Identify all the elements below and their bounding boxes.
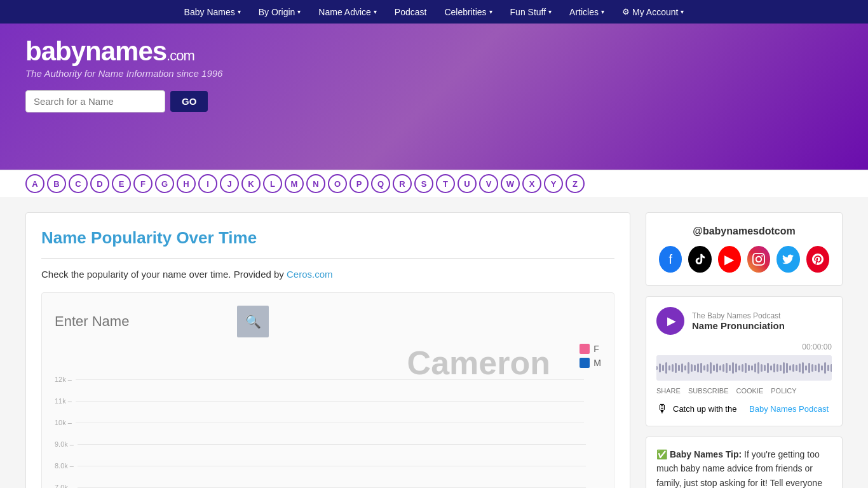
alphabet-letter-x[interactable]: X <box>522 174 541 193</box>
alphabet-letter-y[interactable]: Y <box>544 174 563 193</box>
waveform-bar <box>799 363 801 372</box>
legend-male-dot <box>580 358 590 368</box>
nav-baby-names[interactable]: Baby Names ▾ <box>175 2 250 22</box>
alphabet-letter-s[interactable]: S <box>414 174 433 193</box>
mic-icon: 🎙 <box>656 402 668 416</box>
page-title: Name Popularity Over Time <box>41 228 614 248</box>
alphabet-letter-d[interactable]: D <box>90 174 109 193</box>
alphabet-letter-o[interactable]: O <box>328 174 347 193</box>
alphabet-letter-t[interactable]: T <box>436 174 455 193</box>
alphabet-letter-z[interactable]: Z <box>566 174 585 193</box>
waveform-bar <box>811 364 813 372</box>
waveform-bar <box>735 363 737 372</box>
waveform-bar <box>748 365 750 371</box>
alphabet-letter-m[interactable]: M <box>285 174 304 193</box>
alphabet-letter-r[interactable]: R <box>393 174 412 193</box>
waveform-bar <box>767 363 769 373</box>
nav-fun-stuff[interactable]: Fun Stuff ▾ <box>501 2 561 22</box>
waveform-bar <box>792 364 794 372</box>
chevron-down-icon: ▾ <box>489 8 492 15</box>
nav-articles[interactable]: Articles ▾ <box>560 2 613 22</box>
chevron-down-icon: ▾ <box>297 8 301 15</box>
podcast-link-subscribe[interactable]: SUBSCRIBE <box>688 387 729 395</box>
alphabet-letter-a[interactable]: A <box>25 174 44 193</box>
ceros-link[interactable]: Ceros.com <box>287 269 333 280</box>
waveform-bar <box>722 364 724 372</box>
page-description: Check the popularity of your name over t… <box>41 269 614 280</box>
waveform-bar <box>684 365 686 370</box>
site-logo[interactable]: babynames.com <box>25 36 843 67</box>
alphabet-letter-f[interactable]: F <box>133 174 153 193</box>
waveform-bar <box>761 364 763 372</box>
podcast-catchup: 🎙 Catch up with the Baby Names Podcast <box>656 402 832 416</box>
header-banner: babynames.com The Authority for Name Inf… <box>0 24 868 170</box>
podcast-meta: The Baby Names Podcast Name Pronunciatio… <box>692 311 832 331</box>
yaxis-label: 11k – <box>55 397 586 405</box>
alphabet-letter-e[interactable]: E <box>112 174 131 193</box>
go-button[interactable]: GO <box>170 91 208 112</box>
alphabet-letter-k[interactable]: K <box>241 174 261 193</box>
alphabet-letter-i[interactable]: I <box>198 174 217 193</box>
nav-by-origin[interactable]: By Origin ▾ <box>250 2 310 22</box>
podcast-link-policy[interactable]: POLICY <box>771 387 796 395</box>
facebook-icon[interactable]: f <box>659 246 682 273</box>
twitter-icon[interactable] <box>776 246 799 273</box>
yaxis-label: 10k – <box>55 419 586 426</box>
alphabet-letter-j[interactable]: J <box>220 174 239 193</box>
waveform-bar <box>675 363 677 373</box>
waveform-bar <box>754 363 756 372</box>
gear-icon: ⚙ <box>622 7 630 17</box>
waveform-bar <box>681 363 683 372</box>
alphabet-letter-u[interactable]: U <box>458 174 477 193</box>
waveform-bar <box>783 362 785 374</box>
waveform-bar <box>694 365 696 371</box>
chevron-down-icon: ▾ <box>601 8 604 15</box>
alphabet-letter-b[interactable]: B <box>47 174 66 193</box>
sidebar: @babynamesdotcom f ▶ <box>646 212 843 488</box>
podcast-catchup-link[interactable]: Baby Names Podcast <box>749 404 829 414</box>
pinterest-icon[interactable] <box>806 246 829 273</box>
podcast-link-cookie[interactable]: COOKIE <box>736 387 763 395</box>
waveform-bar <box>668 365 670 370</box>
alphabet-letter-c[interactable]: C <box>69 174 88 193</box>
waveform-bar <box>751 365 753 370</box>
waveform-bar <box>789 365 791 370</box>
alphabet-letter-g[interactable]: G <box>155 174 174 193</box>
search-input[interactable] <box>25 90 165 112</box>
alphabet-letter-p[interactable]: P <box>349 174 369 193</box>
instagram-icon[interactable] <box>747 246 770 273</box>
youtube-icon[interactable]: ▶ <box>718 246 741 273</box>
waveform-bar <box>707 364 709 372</box>
waveform-bar <box>786 363 788 373</box>
chart-name-input[interactable] <box>55 313 229 330</box>
chart-search-button[interactable]: 🔍 <box>237 306 269 337</box>
alphabet-letter-q[interactable]: Q <box>371 174 390 193</box>
podcast-links: SHARESUBSCRIBECOOKIEPOLICY <box>656 387 832 395</box>
waveform-bars <box>656 355 832 381</box>
podcast-link-share[interactable]: SHARE <box>656 387 681 395</box>
waveform-bar <box>703 365 705 370</box>
waveform-bar <box>697 363 699 372</box>
alphabet-letter-l[interactable]: L <box>263 174 282 193</box>
alphabet-letter-h[interactable]: H <box>177 174 196 193</box>
tiktok-icon[interactable] <box>688 246 711 273</box>
social-handle: @babynamesdotcom <box>659 226 829 237</box>
nav-my-account[interactable]: ⚙ My Account ▾ <box>613 2 693 22</box>
waveform-bar <box>729 365 731 371</box>
waveform-bar <box>764 365 766 371</box>
alphabet-letter-v[interactable]: V <box>479 174 498 193</box>
nav-name-advice[interactable]: Name Advice ▾ <box>309 2 385 22</box>
waveform-bar <box>678 365 680 371</box>
divider <box>41 258 614 259</box>
podcast-time: 00:00:00 <box>656 342 832 351</box>
main-container: Name Popularity Over Time Check the popu… <box>0 197 868 488</box>
legend-female: F <box>580 344 601 354</box>
yaxis-label: 12k – <box>55 376 586 383</box>
alphabet-letter-n[interactable]: N <box>306 174 325 193</box>
legend-female-dot <box>580 344 590 354</box>
content-area: Name Popularity Over Time Check the popu… <box>25 212 630 488</box>
alphabet-letter-w[interactable]: W <box>501 174 520 193</box>
nav-podcast[interactable]: Podcast <box>386 2 436 22</box>
nav-celebrities[interactable]: Celebrities ▾ <box>435 2 501 22</box>
play-button[interactable]: ▶ <box>656 307 684 335</box>
